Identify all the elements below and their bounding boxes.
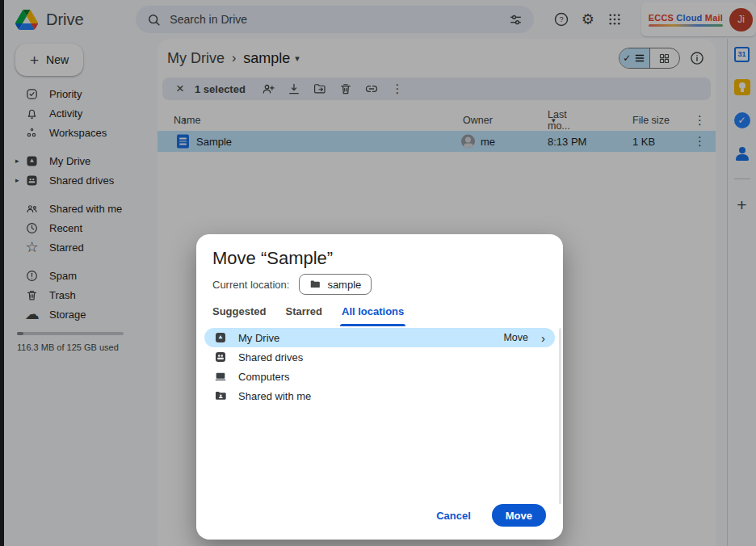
tab-suggested[interactable]: Suggested [212, 305, 266, 321]
move-button[interactable]: Move [492, 504, 546, 527]
shared-drives-icon [214, 351, 227, 363]
location-list: My Drive Move › Shared drives Computers [204, 328, 555, 405]
my-drive-icon [214, 331, 227, 344]
dialog-footer: Cancel Move [436, 504, 546, 527]
location-label: Shared drives [238, 351, 303, 363]
location-row-computers[interactable]: Computers [204, 367, 555, 386]
dialog-tabs: Suggested Starred All locations [212, 305, 404, 321]
current-location-chip[interactable]: sample [299, 274, 372, 295]
row-move-action[interactable]: Move [503, 332, 528, 343]
current-location-label: Current location: [212, 279, 289, 291]
location-row-my-drive[interactable]: My Drive Move › [204, 328, 555, 347]
tab-all-locations[interactable]: All locations [342, 305, 404, 321]
computer-icon [214, 370, 227, 383]
current-location-row: Current location: sample [212, 273, 372, 296]
location-label: Computers [238, 371, 290, 383]
location-row-shared-with-me[interactable]: Shared with me [204, 386, 555, 405]
move-dialog: Move “Sample” Current location: sample S… [196, 234, 563, 540]
dialog-title: Move “Sample” [212, 248, 333, 269]
dialog-scrollbar[interactable] [559, 328, 561, 504]
location-row-shared-drives[interactable]: Shared drives [204, 347, 555, 367]
cancel-button[interactable]: Cancel [436, 510, 471, 522]
google-drive-window: Drive Search in Drive ? ⚙ [0, 0, 756, 546]
shared-folder-icon [214, 389, 227, 402]
location-label: Shared with me [238, 390, 311, 402]
tab-starred[interactable]: Starred [285, 305, 322, 321]
location-label: My Drive [238, 332, 279, 344]
chevron-right-icon[interactable]: › [541, 331, 545, 345]
folder-icon [309, 279, 321, 290]
current-location-name: sample [327, 279, 361, 291]
